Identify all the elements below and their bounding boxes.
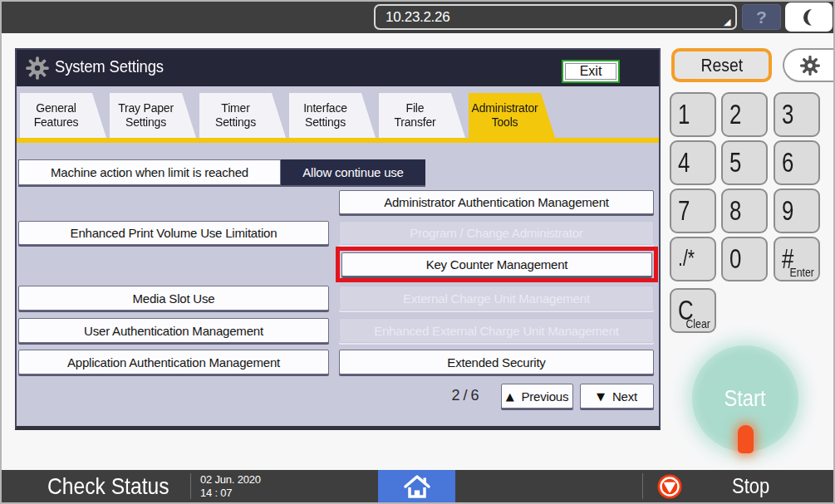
keypad-3[interactable]: 3 [774,92,820,137]
help-button[interactable]: ? [742,4,781,30]
enhanced-external-charge-unit-management-button[interactable]: Enhanced External Charge Unit Management [339,318,654,343]
tab-administrator-tools[interactable]: Administrator Tools [469,93,555,138]
keypad-1[interactable]: 1 [670,92,716,137]
stop-icon [657,474,682,499]
check-status-button[interactable]: Check Status [2,470,190,502]
previous-page-button[interactable]: ▲ Previous [501,384,573,409]
separator [642,473,643,499]
highlight-box: Key Counter Management [336,247,658,282]
keypad-6[interactable]: 6 [774,140,820,185]
keypad-slash-asterisk[interactable]: ./* [670,237,716,281]
gear-icon [799,55,821,76]
application-authentication-management-button[interactable]: Application Authentication Management [18,350,329,374]
extended-security-button[interactable]: Extended Security [339,350,654,374]
device-screen: ◢ ? [0,0,835,504]
machine-action-limit-value[interactable]: Allow continue use [281,159,425,185]
keypad-8[interactable]: 8 [721,188,768,233]
machine-action-limit-label: Machine action when limit is reached [18,159,281,185]
next-page-button[interactable]: ▼ Next [580,384,654,409]
page-title: System Settings [55,56,164,76]
clear-label: Clear [686,316,710,330]
keypad-2[interactable]: 2 [721,92,768,137]
reset-button[interactable]: Reset [671,48,772,82]
date-text: 02 Jun. 2020 [200,473,261,487]
media-slot-use-button[interactable]: Media Slot Use [18,286,329,311]
tab-interface-settings[interactable]: Interface Settings [289,93,376,138]
exit-button[interactable]: Exit [562,60,620,83]
enter-label: Enter [790,265,814,279]
active-tab-underline [17,138,659,143]
bottom-bar: Check Status 02 Jun. 2020 14 : 07 [0,470,835,502]
keypad-7[interactable]: 7 [670,188,716,233]
start-led-indicator [738,425,754,453]
key-counter-management-button[interactable]: Key Counter Management [341,252,652,276]
check-status-label: Check Status [47,473,169,500]
up-triangle-icon: ▲ [506,390,514,403]
external-charge-unit-management-button[interactable]: External Charge Unit Management [339,286,654,311]
down-triangle-icon: ▼ [597,390,605,403]
address-bar-input[interactable] [374,4,737,30]
separator [190,473,191,499]
stop-button[interactable]: Stop [644,470,833,502]
tab-file-transfer[interactable]: File Transfer [379,93,465,138]
keypad-clear[interactable]: C Clear [670,288,716,333]
settings-tab-bar: General Features Tray Paper Settings Tim… [20,93,555,138]
resize-corner-icon: ◢ [724,17,730,27]
energy-saver-button[interactable] [785,2,833,32]
program-change-administrator-button[interactable]: Program / Change Administrator [339,221,654,245]
system-settings-panel: System Settings Exit General Features Tr… [15,48,661,430]
moon-icon [798,7,820,28]
previous-label: Previous [522,389,569,404]
keypad-4[interactable]: 4 [670,140,716,185]
time-text: 14 : 07 [200,487,261,500]
datetime-display: 02 Jun. 2020 14 : 07 [200,473,261,499]
home-button[interactable] [378,470,455,502]
top-status-bar: ◢ ? [0,0,835,33]
reset-label: Reset [700,55,743,76]
keypad-0[interactable]: 0 [721,237,768,281]
page-indicator: 2/6 [432,387,502,404]
keypad-5[interactable]: 5 [721,140,768,185]
start-label: Start [724,386,766,412]
enhanced-print-volume-use-limitation-button[interactable]: Enhanced Print Volume Use Limitation [18,221,329,245]
home-icon [403,473,431,500]
tab-general-features[interactable]: General Features [20,93,106,138]
keypad-9[interactable]: 9 [774,188,820,233]
administrator-authentication-management-button[interactable]: Administrator Authentication Management [339,190,654,214]
stop-label: Stop [732,474,769,498]
settings-pill-button[interactable] [783,48,835,82]
user-authentication-management-button[interactable]: User Authentication Management [18,318,329,343]
tab-timer-settings[interactable]: Timer Settings [199,93,286,138]
tab-tray-paper-settings[interactable]: Tray Paper Settings [110,93,196,138]
panel-header: System Settings Exit [17,50,659,86]
gear-icon [25,56,50,84]
keypad-enter[interactable]: # Enter [774,237,820,281]
machine-action-limit-setting[interactable]: Machine action when limit is reached All… [18,159,425,185]
next-label: Next [612,389,637,404]
